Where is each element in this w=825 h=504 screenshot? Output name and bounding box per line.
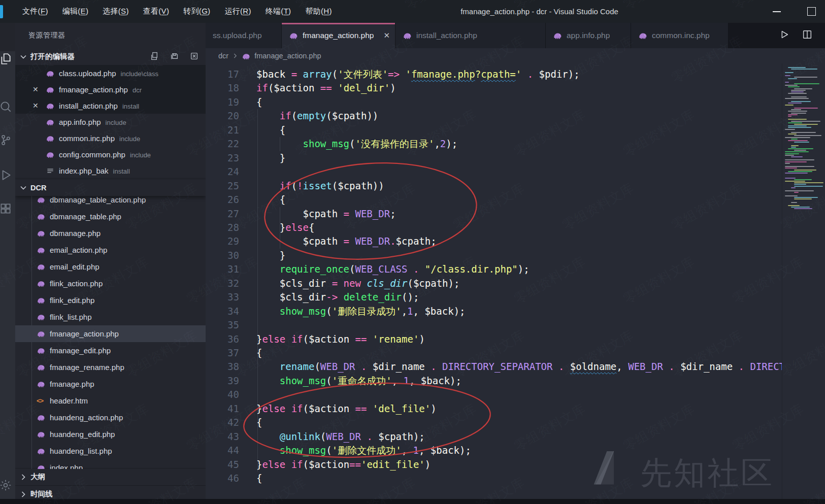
tree-item[interactable]: fmanage.php xyxy=(15,376,206,392)
open-editor-item[interactable]: index.php_bakinstall xyxy=(15,162,206,179)
breadcrumb[interactable]: dcr fmanage_action.php xyxy=(206,48,825,63)
tree-item[interactable]: fmanage_rename.php xyxy=(15,359,206,376)
minimap-line xyxy=(794,197,818,198)
tree-item[interactable]: huandeng_action.php xyxy=(15,409,206,426)
minimap-line xyxy=(788,93,807,94)
minimap[interactable] xyxy=(782,63,825,504)
outline-section-header[interactable]: 大纲 xyxy=(15,468,206,485)
tab-ss.upload.php[interactable]: ss.upload.php xyxy=(206,23,282,48)
code-line-40: 40 xyxy=(206,388,825,402)
line-number: 28 xyxy=(206,221,239,234)
minimap-line xyxy=(785,129,795,130)
run-icon[interactable] xyxy=(778,29,789,42)
php-file-icon xyxy=(242,52,251,60)
sidebar-title: 资源管理器 xyxy=(15,23,206,40)
menu-item-s[interactable]: 选择(S) xyxy=(95,4,136,19)
line-number: 32 xyxy=(206,277,239,290)
file-path-hint: install xyxy=(113,167,130,175)
close-all-editors-icon[interactable] xyxy=(190,52,199,62)
code-line-26: 26 { xyxy=(206,193,825,207)
minimap-line xyxy=(794,142,809,143)
code-editor[interactable]: 17$back = array('文件列表'=> 'fmanage.php?cp… xyxy=(206,63,825,504)
close-icon[interactable]: ✕ xyxy=(378,31,390,40)
minimize-icon[interactable] xyxy=(773,11,781,12)
tree-item[interactable]: huandeng_list.php xyxy=(15,443,206,459)
minimap-line xyxy=(785,159,814,160)
php-file-icon xyxy=(37,414,46,421)
menu-item-r[interactable]: 运行(R) xyxy=(217,4,258,19)
tree-item[interactable]: flink_action.php xyxy=(15,275,206,292)
menu-bar: 文件(F)编辑(E)选择(S)查看(V)转到(G)运行(R)终端(T)帮助(H) xyxy=(15,4,339,19)
minimap-line xyxy=(788,78,797,79)
minimap-line xyxy=(794,170,816,171)
search-icon[interactable] xyxy=(0,100,15,113)
tree-item[interactable]: huandeng_edit.php xyxy=(15,426,206,443)
php-file-icon xyxy=(37,363,46,371)
menu-item-f[interactable]: 文件(F) xyxy=(15,4,55,19)
minimap-line xyxy=(788,111,807,112)
php-file-icon xyxy=(37,280,46,287)
php-file-icon xyxy=(46,135,55,142)
tree-item[interactable]: dbmanage.php xyxy=(15,225,206,242)
open-editor-item[interactable]: class.upload.phpinclude\class xyxy=(15,65,206,81)
php-file-icon xyxy=(37,330,46,338)
open-editors-header[interactable]: 打开的编辑器 xyxy=(15,48,206,65)
menu-item-v[interactable]: 查看(V) xyxy=(136,4,177,19)
save-all-icon[interactable] xyxy=(170,52,179,62)
minimap-line xyxy=(785,105,794,106)
explorer-sidebar: 资源管理器 打开的编辑器 class.upload.phpinclude\cla… xyxy=(15,23,206,504)
tree-item[interactable]: index.php xyxy=(15,459,206,469)
tree-item[interactable]: dbmanage_table.php xyxy=(15,208,206,225)
close-icon[interactable]: ✕ xyxy=(32,102,41,110)
tab-common.inc.php[interactable]: common.inc.php xyxy=(631,23,729,48)
minimap-line xyxy=(794,88,812,89)
new-untitled-file-icon[interactable] xyxy=(150,52,159,62)
tree-item[interactable]: flink_edit.php xyxy=(15,292,206,309)
project-section-header[interactable]: DCR xyxy=(15,179,206,196)
line-number: 44 xyxy=(206,444,239,457)
close-icon[interactable]: ✕ xyxy=(32,85,41,93)
tree-item[interactable]: email_edit.php xyxy=(15,258,206,275)
tab-install_action.php[interactable]: install_action.php xyxy=(395,23,546,48)
open-editor-item[interactable]: ✕fmanage_action.phpdcr xyxy=(15,81,206,97)
maximize-icon[interactable] xyxy=(807,7,816,16)
minimap-line xyxy=(785,167,797,169)
code-line-33: 33 $cls_dir-> delete_dir(); xyxy=(206,290,825,305)
code-line-17: 17$back = array('文件列表'=> 'fmanage.php?cp… xyxy=(206,68,825,82)
tree-item[interactable]: <>header.htm xyxy=(15,392,206,409)
tab-fmanage_action.php[interactable]: fmanage_action.php✕ xyxy=(282,23,395,48)
source-control-icon[interactable] xyxy=(0,133,15,147)
minimap-line xyxy=(791,96,807,97)
split-editor-icon[interactable] xyxy=(802,29,813,42)
tree-item[interactable]: fmanage_action.php xyxy=(15,325,206,342)
line-number: 27 xyxy=(206,207,239,221)
open-editor-item[interactable]: common.inc.phpinclude xyxy=(15,130,206,146)
txt-file-icon xyxy=(46,167,55,175)
tree-item[interactable]: fmanage_edit.php xyxy=(15,342,206,359)
menu-item-g[interactable]: 转到(G) xyxy=(176,4,217,19)
run-debug-icon[interactable] xyxy=(0,169,15,182)
minimap-line xyxy=(794,77,817,78)
breadcrumb-folder[interactable]: dcr xyxy=(218,52,228,60)
menu-item-h[interactable]: 帮助(H) xyxy=(298,4,339,19)
open-editor-item[interactable]: ✕install_action.phpinstall xyxy=(15,97,206,114)
xianzhi-logo-icon xyxy=(583,445,627,489)
settings-gear-icon[interactable] xyxy=(0,479,15,492)
line-number: 22 xyxy=(206,137,239,151)
tree-item[interactable]: email_action.php xyxy=(15,242,206,258)
tab-app.info.php[interactable]: app.info.php xyxy=(546,23,631,48)
breadcrumb-file[interactable]: fmanage_action.php xyxy=(254,52,321,60)
minimap-line xyxy=(794,192,799,193)
minimap-line xyxy=(791,202,797,203)
menu-item-e[interactable]: 编辑(E) xyxy=(55,4,96,19)
extensions-icon[interactable] xyxy=(0,203,15,216)
menu-item-t[interactable]: 终端(T) xyxy=(258,4,299,19)
tree-item[interactable]: dbmanage_table_action.php xyxy=(15,196,206,208)
title-bar: 文件(F)编辑(E)选择(S)查看(V)转到(G)运行(R)终端(T)帮助(H)… xyxy=(0,0,825,23)
open-editor-item[interactable]: app.info.phpinclude xyxy=(15,114,206,130)
tree-item[interactable]: flink_list.php xyxy=(15,309,206,325)
open-editor-item[interactable]: config.common.phpinclude xyxy=(15,146,206,162)
activity-bar xyxy=(0,23,15,504)
chevron-right-icon xyxy=(19,473,27,481)
explorer-icon[interactable] xyxy=(0,52,15,65)
